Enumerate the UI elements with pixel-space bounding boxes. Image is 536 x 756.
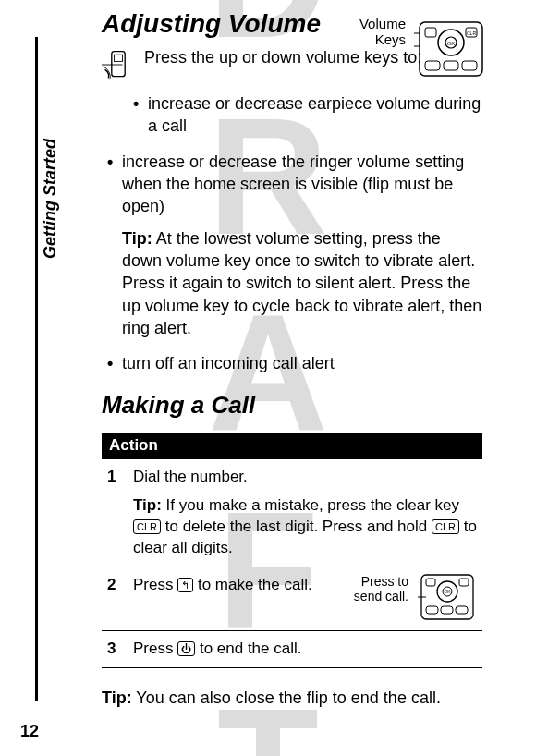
svg-rect-8	[444, 61, 458, 70]
keypad-icon: OK	[418, 571, 477, 623]
tip-body: At the lowest volume setting, press the …	[122, 229, 481, 337]
step-text: Press ⏻ to end the call.	[128, 631, 482, 668]
closing-tip: Tip: You can also close the flip to end …	[102, 687, 482, 709]
send-callout: Press to send call.	[344, 575, 408, 604]
step-number: 1	[102, 459, 128, 567]
action-header: Action	[102, 433, 482, 459]
volume-label-2: Keys	[375, 31, 406, 47]
send-key-icon: ↰	[177, 578, 193, 592]
step-number: 2	[102, 567, 128, 631]
svg-rect-23	[456, 606, 468, 614]
svg-rect-7	[425, 61, 440, 70]
bullet-item: increase or decrease earpiece volume dur…	[128, 92, 482, 138]
phone-illustration-icon	[102, 48, 135, 81]
step-text: Press ↰ to make the call. Press to send …	[128, 567, 482, 631]
side-label: Getting Started	[41, 139, 60, 259]
svg-rect-13	[115, 55, 123, 61]
side-tab	[35, 37, 61, 701]
volume-label-1: Volume	[359, 16, 406, 31]
bullet-item: increase or decrease the ringer volume s…	[102, 151, 482, 339]
heading-making-a-call: Making a Call	[102, 391, 482, 420]
svg-text:CLR: CLR	[467, 30, 476, 36]
clr-key-icon: CLR	[133, 519, 161, 534]
svg-rect-19	[426, 579, 435, 586]
svg-rect-20	[459, 579, 469, 586]
svg-rect-22	[441, 606, 453, 614]
svg-text:OK: OK	[444, 589, 451, 594]
action-table: Action 1 Dial the number. Tip: If you ma…	[102, 433, 482, 668]
svg-rect-4	[425, 28, 436, 37]
svg-rect-9	[462, 61, 477, 70]
tip-label: Tip:	[122, 229, 152, 248]
end-key-icon: ⏻	[177, 641, 195, 656]
clr-key-icon: CLR	[432, 519, 459, 534]
svg-rect-21	[426, 606, 438, 614]
svg-text:OK: OK	[447, 41, 456, 46]
step-number: 3	[102, 631, 128, 668]
volume-keys-figure: Volume Keys OK CLR	[359, 17, 488, 81]
keypad-icon: OK CLR	[414, 17, 488, 81]
tip-label: Tip:	[133, 496, 162, 514]
bullet-item: turn off an incoming call alert	[102, 352, 482, 374]
step-text: Dial the number. Tip: If you make a mist…	[128, 459, 482, 567]
